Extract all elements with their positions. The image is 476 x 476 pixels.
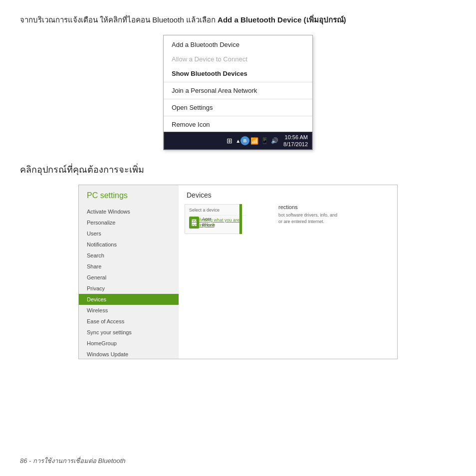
page-content: จากบริเวณการแจ้งเตือน ให้คลิกที่ไอคอน Bl… [0, 0, 476, 369]
taskbar-strip: ⊞ ▲ B 📶 📱 🔊 10:56 AM 8 [164, 132, 312, 150]
menu-item-allow-connect: Allow a Device to Connect [164, 52, 312, 66]
sidebar-item-wireless[interactable]: Wireless [79, 305, 179, 316]
system-tray: 10:56 AM 8/17/2012 [283, 134, 308, 148]
sidebar-item-homegroup[interactable]: HomeGroup [79, 338, 179, 349]
taskbar-time: 10:56 AM [285, 134, 308, 141]
intro-text-before: จากบริเวณการแจ้งเตือน ให้คลิกที่ไอคอน Bl… [20, 15, 218, 24]
sidebar-item-ease-of-access[interactable]: Ease of Access [79, 316, 179, 327]
context-menu: Add a Bluetooth Device Allow a Device to… [163, 35, 313, 150]
sidebar-item-personalize[interactable]: Personalize [79, 217, 179, 228]
page-footer: 86 - การใช้งานการเชื่อมต่อ Bluetooth [20, 456, 126, 466]
not-finding-link[interactable]: Not finding what you are looking for? [191, 215, 246, 228]
grid-icon: ⊞ [225, 137, 235, 145]
taskbar-date: 8/17/2012 [283, 141, 308, 148]
phone-icon: 📱 [259, 137, 269, 144]
connections-title: rections [278, 204, 393, 210]
intro-text-bold: Add a Bluetooth Device (เพิ่มอุปกรณ์) [218, 15, 346, 24]
footer-text: 86 - การใช้งานการเชื่อมต่อ Bluetooth [20, 457, 126, 465]
pc-settings-main: Devices Select a device Acer Phone Not f… [179, 185, 397, 359]
context-menu-wrapper: Add a Bluetooth Device Allow a Device to… [158, 35, 318, 150]
menu-item-join-pan[interactable]: Join a Personal Area Network [164, 83, 312, 98]
separator-2 [164, 99, 312, 99]
connections-text: bot software drivers, info, and or are e… [278, 212, 393, 225]
select-device-label: Select a device [185, 208, 239, 215]
connections-section: rections bot software drivers, info, and… [278, 204, 393, 225]
speaker-icon: 🔊 [269, 137, 279, 144]
pc-settings-screenshot: PC settings Activate Windows Personalize… [78, 185, 398, 359]
menu-item-show-devices[interactable]: Show Bluetooth Devices [164, 66, 312, 81]
menu-item-add-bluetooth[interactable]: Add a Bluetooth Device [164, 37, 312, 52]
signal-icon: 📶 [249, 137, 259, 145]
separator-3 [164, 116, 312, 116]
sidebar-item-privacy[interactable]: Privacy [79, 283, 179, 294]
device-list-panel: Select a device Acer Phone Not finding w… [185, 204, 239, 234]
sidebar-item-share[interactable]: Share [79, 261, 179, 272]
sub-heading: คลิกอุปกรณ์ที่คุณต้องการจะเพิ่ม [20, 162, 456, 177]
sidebar-item-users[interactable]: Users [79, 228, 179, 239]
show-hidden-arrow[interactable]: ▲ [236, 138, 240, 144]
context-menu-screenshot: Add a Bluetooth Device Allow a Device to… [20, 35, 456, 150]
separator-1 [164, 82, 312, 82]
pc-settings-sidebar: PC settings Activate Windows Personalize… [79, 185, 179, 359]
sidebar-item-sync-settings[interactable]: Sync your settings [79, 327, 179, 338]
bluetooth-tray-icon[interactable]: B [240, 136, 249, 145]
devices-section-title: Devices [187, 191, 389, 199]
intro-paragraph: จากบริเวณการแจ้งเตือน ให้คลิกที่ไอคอน Bl… [20, 14, 456, 26]
sidebar-item-devices[interactable]: Devices [79, 294, 179, 305]
sidebar-item-notifications[interactable]: Notifications [79, 239, 179, 250]
sidebar-item-windows-update[interactable]: Windows Update [79, 349, 179, 360]
menu-item-remove-icon[interactable]: Remove Icon [164, 117, 312, 132]
sidebar-item-activate-windows[interactable]: Activate Windows [79, 206, 179, 217]
sidebar-item-general[interactable]: General [79, 272, 179, 283]
menu-item-open-settings[interactable]: Open Settings [164, 100, 312, 115]
selection-bar [239, 204, 242, 234]
pc-settings-title: PC settings [79, 191, 179, 206]
sidebar-item-search[interactable]: Search [79, 250, 179, 261]
